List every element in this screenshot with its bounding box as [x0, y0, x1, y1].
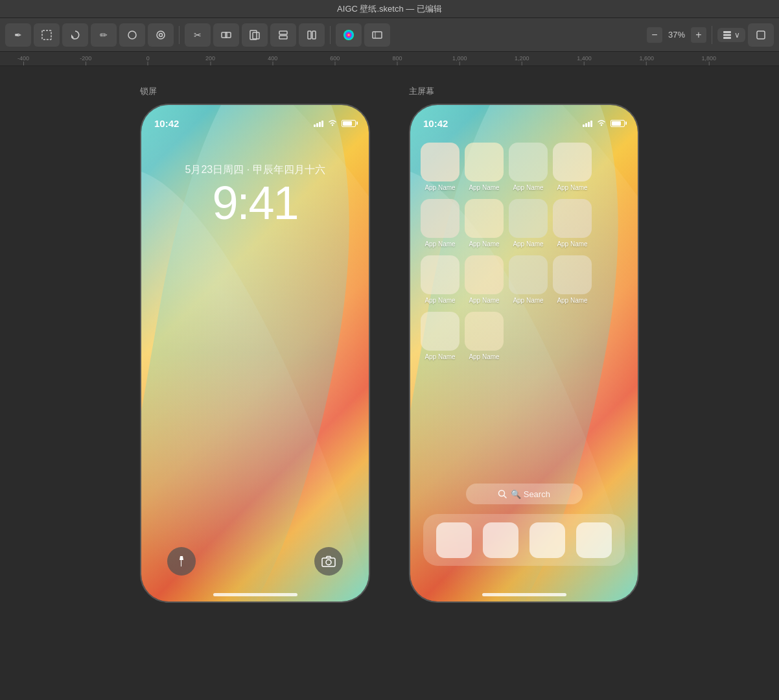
app-icon[interactable]: [421, 255, 459, 294]
app-icon[interactable]: [553, 143, 592, 181]
camera-button[interactable]: [314, 547, 343, 576]
app-icon[interactable]: [421, 199, 459, 238]
app-icon[interactable]: [553, 255, 592, 294]
svg-rect-10: [279, 36, 287, 39]
home-status-icons: [583, 119, 625, 128]
layers-button[interactable]: ∨: [717, 28, 745, 42]
shape-tool-button[interactable]: [119, 23, 145, 47]
app-icon-wrap[interactable]: App Name: [465, 143, 504, 191]
app-icon-wrap[interactable]: App Name: [465, 199, 504, 248]
signal-icon: [314, 119, 323, 127]
svg-rect-19: [757, 31, 765, 39]
home-wifi-icon: [596, 119, 607, 128]
lock-date-text: 5月23日周四 · 甲辰年四月十六: [185, 164, 325, 175]
app-icon-wrap[interactable]: App Name: [553, 255, 592, 304]
dock-icon-2[interactable]: [483, 522, 518, 558]
color-picker-button[interactable]: [336, 23, 362, 47]
frame-tool-button[interactable]: [364, 23, 390, 47]
app-icon-wrap[interactable]: App Name: [509, 255, 548, 304]
pencil-tool-button[interactable]: ✏: [91, 23, 117, 47]
toolbar: ✒ ✏ ✂ − 37% + ∨: [0, 18, 779, 52]
dock: [423, 514, 625, 566]
status-time: 10:42: [154, 118, 179, 129]
zoom-value: 37%: [665, 30, 688, 40]
app-icon-wrap[interactable]: App Name: [465, 312, 504, 360]
ruler-marks: -400 -200 0 200 400 600 800 1,000 1,200 …: [0, 52, 779, 65]
svg-marker-1: [71, 34, 74, 38]
lock-bottom-controls: [141, 547, 369, 576]
app-icon[interactable]: [509, 143, 548, 181]
svg-rect-7: [250, 30, 257, 40]
app-icon-label: App Name: [424, 353, 455, 360]
app-icon-wrap[interactable]: App Name: [421, 255, 459, 304]
cut-tool-button[interactable]: ✂: [185, 23, 211, 47]
lock-date: 5月23日周四 · 甲辰年四月十六: [141, 163, 369, 177]
app-icon-label: App Name: [557, 297, 587, 304]
toolbar-separator-3: [712, 26, 712, 44]
app-icon[interactable]: [553, 199, 592, 238]
rss-tool-button[interactable]: [148, 23, 174, 47]
ruler-mark: 200: [205, 55, 215, 65]
zoom-out-button[interactable]: −: [647, 27, 662, 43]
rotate-tool-button[interactable]: [62, 23, 88, 47]
app-icon[interactable]: [465, 255, 504, 294]
app-icon-label: App Name: [469, 297, 499, 304]
app-icon-wrap[interactable]: App Name: [465, 255, 504, 304]
dock-icon-1[interactable]: [436, 522, 472, 558]
svg-rect-0: [42, 30, 51, 40]
zoom-in-button[interactable]: +: [691, 27, 706, 43]
ruler-mark: 1,800: [702, 55, 717, 65]
svg-line-23: [504, 496, 507, 498]
lock-time-text: 9:41: [212, 177, 297, 229]
app-icon[interactable]: [465, 312, 504, 351]
app-icon-label: App Name: [513, 297, 543, 304]
app-icon[interactable]: [421, 312, 459, 351]
pen-tool-button[interactable]: ✒: [5, 23, 31, 47]
join-tool-button[interactable]: [213, 23, 239, 47]
app-icon-wrap[interactable]: App Name: [421, 143, 459, 191]
lock-time: 9:41: [141, 176, 369, 229]
clip-tool-button[interactable]: [242, 23, 268, 47]
flashlight-button[interactable]: [167, 547, 196, 576]
app-icon-label: App Name: [513, 240, 543, 248]
dock-icon-4[interactable]: [576, 522, 612, 558]
svg-rect-9: [279, 31, 287, 34]
search-placeholder: 🔍 Search: [511, 489, 550, 499]
dock-icon-3[interactable]: [529, 522, 565, 558]
svg-rect-5: [222, 32, 227, 38]
svg-rect-14: [373, 32, 382, 38]
svg-point-4: [159, 33, 163, 36]
app-icon[interactable]: [421, 143, 459, 181]
select-tool-button[interactable]: [34, 23, 60, 47]
app-icon-wrap[interactable]: App Name: [553, 143, 592, 191]
search-bar[interactable]: 🔍 Search: [466, 484, 583, 504]
app-icon-wrap[interactable]: App Name: [421, 199, 459, 248]
app-icon-wrap[interactable]: App Name: [509, 199, 548, 248]
app-icon[interactable]: [509, 255, 548, 294]
align-v-button[interactable]: [270, 23, 296, 47]
home-screen-frame: 10:42: [409, 104, 639, 603]
ruler-mark: 0: [146, 55, 150, 65]
home-indicator: [213, 593, 297, 596]
app-grid: App Name App Name App Name App Name: [421, 143, 627, 368]
app-row-2: App Name App Name App Name App Name: [421, 199, 627, 248]
app-icon-wrap[interactable]: App Name: [509, 143, 548, 191]
app-icon-wrap[interactable]: App Name: [421, 312, 459, 360]
app-icon[interactable]: [465, 143, 504, 181]
app-icon[interactable]: [465, 199, 504, 238]
inspector-button[interactable]: [748, 23, 774, 47]
canvas-area: 锁屏 10:42: [0, 66, 779, 700]
app-icon-label: App Name: [424, 297, 455, 304]
svg-point-13: [343, 30, 354, 40]
svg-point-21: [326, 560, 331, 565]
app-icon-label: App Name: [469, 353, 499, 360]
svg-rect-17: [723, 34, 731, 36]
svg-rect-12: [312, 31, 316, 39]
app-icon[interactable]: [509, 199, 548, 238]
toolbar-separator-2: [330, 26, 331, 44]
app-icon-label: App Name: [513, 184, 543, 191]
app-icon-label: App Name: [424, 240, 455, 248]
align-h-button[interactable]: [299, 23, 325, 47]
app-icon-wrap[interactable]: App Name: [553, 199, 592, 248]
search-icon: [498, 489, 507, 498]
